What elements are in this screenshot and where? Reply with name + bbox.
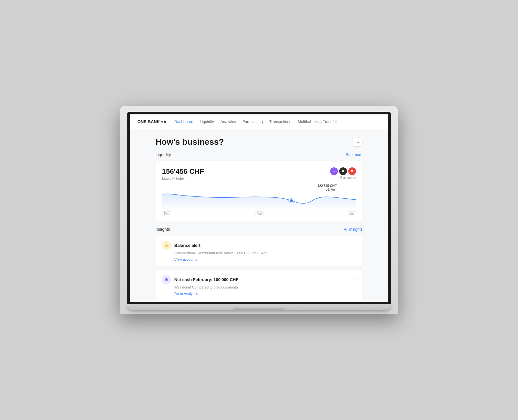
warning-icon: ⚠	[162, 241, 171, 250]
nav-transactions[interactable]: Transactions	[269, 120, 291, 124]
liquidity-see-more-link[interactable]: See more	[346, 152, 362, 157]
liquidity-card: 156'456 CHF Liquidity today ra ❄ R 5 acc…	[156, 161, 362, 222]
insights-section: Insights All insights ⚠ Balance alert Co…	[156, 227, 362, 302]
insight-net-cash-desc: Well done! Compared to previous month	[174, 285, 356, 289]
laptop-base	[127, 304, 391, 310]
brand-logo: ONE BANK √∧	[137, 119, 167, 124]
insight-balance-header: ⚠ Balance alert	[162, 241, 356, 250]
avatar-snowflake: ❄	[339, 167, 347, 175]
insight-balance-title: Balance alert	[174, 243, 200, 248]
nav-liquidity[interactable]: Liquidity	[200, 120, 214, 124]
main-content: How's business? ··· Liquidity See more 1…	[130, 129, 388, 302]
liquidity-amount: 156'456 CHF	[162, 167, 204, 176]
chart-axis-mar: Mar	[254, 211, 264, 216]
insights-section-header: Insights All insights	[156, 227, 362, 232]
insight-balance-alert: ⚠ Balance alert Commerbank Switzerland r…	[156, 236, 362, 267]
avatar-radact: ra	[330, 167, 338, 175]
nav-dashboard[interactable]: Dashboard	[174, 120, 193, 124]
insights-section-title: Insights	[156, 227, 170, 232]
insight-balance-desc: Commerbank Switzerland rose above 5'000 …	[174, 251, 356, 255]
insight-net-cash: ⚙ Net cash February: 100'000 CHF ··· Wel…	[156, 270, 362, 301]
avatar-r: R	[348, 167, 356, 175]
screen-bezel: ONE BANK √∧ Dashboard Liquidity Analytic…	[127, 112, 391, 304]
insight-net-cash-title: Net cash February: 100'000 CHF	[174, 277, 238, 282]
account-avatars: ra ❄ R 5 accounts	[330, 167, 356, 180]
chart-axis: Feb Mar Apr	[162, 210, 356, 216]
chart-tooltip-value: 122'345 CHF	[318, 184, 337, 188]
liquidity-sub-label: Liquidity today	[162, 176, 204, 180]
view-accounts-link[interactable]: View accounts	[174, 257, 356, 261]
liquidity-section-title: Liquidity	[156, 152, 171, 157]
go-to-analytics-link[interactable]: Go to Analytics	[174, 292, 356, 296]
net-cash-more-button[interactable]: ···	[352, 277, 356, 282]
navbar: ONE BANK √∧ Dashboard Liquidity Analytic…	[130, 114, 388, 129]
nav-multibanking[interactable]: Multibabnking Transfer	[298, 120, 337, 124]
nav-links: Dashboard Liquidity Analytics Forecastin…	[174, 120, 337, 124]
chart-axis-apr: Apr	[347, 211, 356, 216]
page-title: How's business?	[156, 137, 224, 147]
chart-tooltip-date: 01. Apr.	[318, 188, 337, 191]
nav-forecasting[interactable]: Forecasting	[243, 120, 263, 124]
liquidity-chart: 122'345 CHF 01. Apr.	[162, 183, 356, 215]
accounts-count: 5 accounts	[340, 176, 356, 180]
info-icon: ⚙	[162, 275, 171, 284]
nav-analytics[interactable]: Analytics	[221, 120, 236, 124]
liquidity-section-header: Liquidity See more	[156, 152, 362, 157]
more-options-button[interactable]: ···	[352, 138, 362, 147]
laptop-body: ONE BANK √∧ Dashboard Liquidity Analytic…	[120, 106, 398, 314]
screen: ONE BANK √∧ Dashboard Liquidity Analytic…	[130, 114, 388, 302]
chart-axis-feb: Feb	[162, 211, 171, 216]
all-insights-link[interactable]: All insights	[344, 227, 362, 232]
insight-net-cash-header: ⚙ Net cash February: 100'000 CHF ···	[162, 275, 356, 284]
liquidity-card-top: 156'456 CHF Liquidity today ra ❄ R 5 acc…	[162, 167, 356, 180]
page-header: How's business? ···	[156, 137, 362, 147]
liquidity-info: 156'456 CHF Liquidity today	[162, 167, 204, 180]
laptop-container: ONE BANK √∧ Dashboard Liquidity Analytic…	[120, 106, 398, 314]
chart-tooltip: 122'345 CHF 01. Apr.	[318, 184, 337, 191]
svg-point-0	[290, 199, 293, 202]
avatar-row: ra ❄ R	[330, 167, 356, 175]
